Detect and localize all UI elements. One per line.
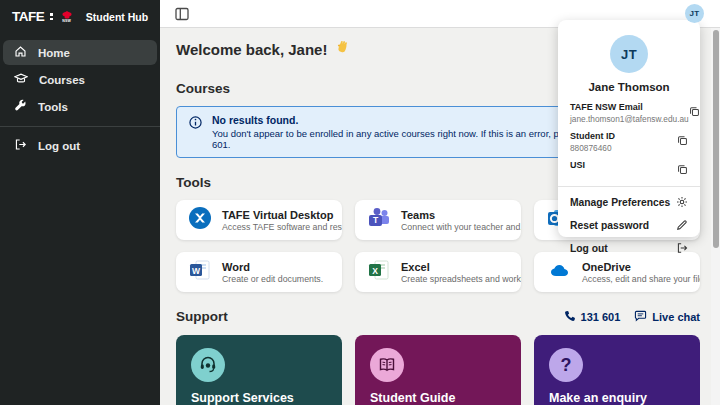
- svg-text:W: W: [192, 266, 201, 276]
- support-card-title: Make an enquiry: [549, 391, 685, 405]
- sidebar-item-label: Courses: [39, 74, 85, 86]
- tool-title: TAFE Virtual Desktop: [222, 209, 342, 221]
- support-header: Support 131 601 Live chat: [176, 309, 700, 324]
- sidebar-item-label: Home: [38, 47, 70, 59]
- tool-card-text: Word Create or edit documents.: [222, 261, 323, 284]
- tool-title: Teams: [401, 209, 521, 221]
- scrollbar-thumb[interactable]: [713, 30, 719, 248]
- field-email: TAFE NSW Email jane.thomson1@tafensw.edu…: [570, 102, 688, 124]
- welcome-text: Welcome back, Jane!: [176, 41, 327, 58]
- sidebar: TAFE NSW Student Hub Home Courses: [0, 0, 160, 405]
- field-label: TAFE NSW Email: [570, 102, 689, 112]
- sidebar-item-label: Tools: [38, 101, 68, 113]
- sidebar-item-tools[interactable]: Tools: [3, 94, 157, 119]
- phone-link[interactable]: 131 601: [564, 310, 621, 324]
- tool-title: OneDrive: [582, 261, 700, 273]
- sidebar-toggle-icon[interactable]: [174, 6, 190, 22]
- tafe-virtual-desktop-icon: [188, 206, 212, 234]
- teams-icon: T: [367, 207, 391, 233]
- action-label: Manage Preferences: [570, 197, 670, 208]
- graduation-cap-icon: [14, 72, 28, 87]
- field-label: Student ID: [570, 131, 615, 141]
- student-hub-screen: TAFE NSW Student Hub Home Courses: [0, 0, 720, 405]
- sidebar-item-label: Log out: [38, 140, 80, 152]
- tool-card-tafe-virtual-desktop[interactable]: TAFE Virtual Desktop Access TAFE softwar…: [176, 200, 342, 240]
- brand: TAFE NSW Student Hub: [0, 0, 160, 32]
- support-links: 131 601 Live chat: [564, 310, 700, 324]
- live-chat-link[interactable]: Live chat: [634, 310, 700, 324]
- sidebar-nav: Home Courses Tools Log out: [0, 32, 160, 158]
- action-label: Log out: [570, 243, 608, 254]
- excel-icon: X: [367, 259, 391, 285]
- sidebar-divider: [0, 126, 160, 127]
- home-icon: [14, 45, 27, 60]
- tool-title: Excel: [401, 261, 521, 273]
- logout-item[interactable]: Log out: [570, 237, 688, 260]
- tool-subtitle: Connect with your teacher and...: [401, 222, 521, 232]
- sidebar-item-courses[interactable]: Courses: [3, 67, 157, 92]
- logout-icon: [676, 240, 688, 258]
- tool-subtitle: Create spreadsheets and workbooks.: [401, 274, 521, 284]
- user-avatar-large: JT: [610, 35, 648, 73]
- copy-icon[interactable]: [689, 103, 700, 121]
- support-grid: Support Services We're here to help. Acc…: [176, 335, 700, 405]
- tool-subtitle: Access, edit and share your files.: [582, 274, 700, 284]
- tool-subtitle: Create or edit documents.: [222, 274, 323, 284]
- tool-card-text: TAFE Virtual Desktop Access TAFE softwar…: [222, 209, 342, 232]
- tool-card-text: Teams Connect with your teacher and...: [401, 209, 521, 232]
- live-chat-label: Live chat: [652, 311, 700, 323]
- copy-icon[interactable]: [677, 132, 688, 150]
- user-name: Jane Thomson: [570, 81, 688, 93]
- question-mark-icon: ?: [549, 348, 583, 382]
- tafe-nsw-waratah-icon: NSW: [62, 11, 72, 23]
- svg-text:X: X: [372, 266, 378, 276]
- app-title: Student Hub: [86, 11, 148, 23]
- svg-text:T: T: [373, 215, 379, 225]
- scrollbar-track: [711, 28, 720, 405]
- support-card-make-an-enquiry[interactable]: ? Make an enquiry Need help with somethi…: [534, 335, 700, 405]
- tool-subtitle: Access TAFE software and resource...: [222, 222, 342, 232]
- sidebar-item-logout[interactable]: Log out: [3, 133, 157, 158]
- sidebar-item-home[interactable]: Home: [3, 40, 157, 65]
- logout-icon: [14, 138, 27, 153]
- support-card-title: Student Guide: [370, 391, 506, 405]
- manage-preferences-item[interactable]: Manage Preferences: [570, 191, 688, 214]
- tafe-logo-colon: [50, 13, 53, 20]
- copy-icon[interactable]: [677, 161, 688, 179]
- field-value: 880876460: [570, 143, 615, 153]
- chat-icon: [634, 310, 647, 324]
- pencil-icon: [676, 217, 688, 235]
- support-card-student-guide[interactable]: Student Guide Read the Student Guide for…: [355, 335, 521, 405]
- field-value: jane.thomson1@tafensw.edu.au: [570, 114, 689, 124]
- tafe-nsw-text: NSW: [62, 19, 71, 23]
- open-book-icon: [370, 348, 404, 382]
- tafe-logo-text: TAFE: [12, 9, 44, 24]
- tool-card-text: Excel Create spreadsheets and workbooks.: [401, 261, 521, 284]
- tool-card-word[interactable]: W Word Create or edit documents.: [176, 252, 342, 292]
- user-dropdown-panel: JT Jane Thomson TAFE NSW Email jane.thom…: [558, 20, 700, 237]
- field-student-id: Student ID 880876460: [570, 131, 688, 153]
- tool-card-excel[interactable]: X Excel Create spreadsheets and workbook…: [355, 252, 521, 292]
- user-avatar-button[interactable]: JT: [685, 4, 704, 23]
- field-label: USI: [570, 160, 585, 170]
- info-icon: [189, 115, 202, 133]
- tool-card-teams[interactable]: T Teams Connect with your teacher and...: [355, 200, 521, 240]
- headset-icon: [191, 348, 225, 382]
- reset-password-item[interactable]: Reset password: [570, 214, 688, 237]
- phone-icon: [564, 310, 576, 324]
- tool-card-text: OneDrive Access, edit and share your fil…: [582, 261, 700, 284]
- support-card-title: Support Services: [191, 391, 327, 405]
- tool-title: Word: [222, 261, 323, 273]
- panel-divider: [558, 186, 700, 187]
- onedrive-icon: [546, 261, 572, 283]
- word-icon: W: [188, 259, 212, 285]
- user-fields: TAFE NSW Email jane.thomson1@tafensw.edu…: [570, 102, 688, 179]
- phone-number: 131 601: [581, 311, 621, 323]
- wrench-icon: [14, 99, 27, 114]
- field-usi: USI: [570, 160, 688, 179]
- waving-hand-icon: [335, 40, 350, 58]
- support-card-support-services[interactable]: Support Services We're here to help. Acc…: [176, 335, 342, 405]
- action-label: Reset password: [570, 220, 649, 231]
- support-section-title: Support: [176, 309, 228, 324]
- gear-icon: [676, 194, 688, 212]
